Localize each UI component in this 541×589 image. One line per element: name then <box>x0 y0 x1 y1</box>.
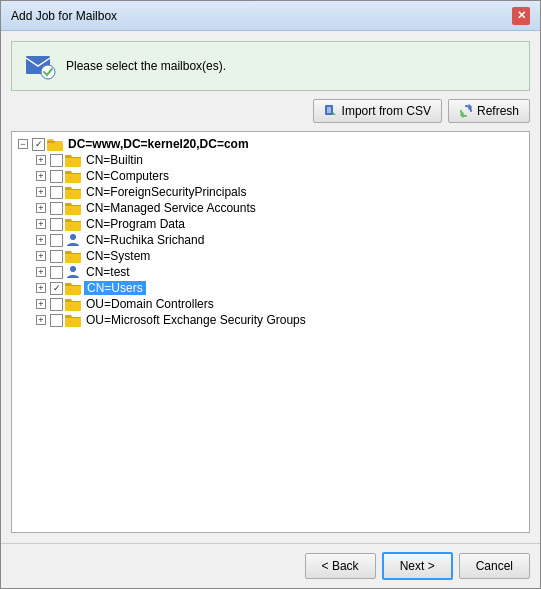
item-label: CN=System <box>84 249 152 263</box>
root-checkbox[interactable] <box>32 138 45 151</box>
tree-item: + CN=Users <box>34 280 525 296</box>
item-expander[interactable]: + <box>34 185 48 199</box>
root-label: DC=www,DC=kernel20,DC=com <box>66 137 251 151</box>
item-checkbox[interactable] <box>50 314 63 327</box>
item-checkbox[interactable] <box>50 186 63 199</box>
item-checkbox[interactable] <box>50 298 63 311</box>
import-csv-button[interactable]: Import from CSV <box>313 99 442 123</box>
tree-item: + CN=Computers <box>34 168 525 184</box>
svg-rect-6 <box>47 142 63 151</box>
item-expander[interactable]: + <box>34 169 48 183</box>
svg-rect-9 <box>65 174 81 183</box>
item-expander[interactable]: + <box>34 217 48 231</box>
root-folder-icon <box>47 138 63 151</box>
svg-rect-7 <box>47 141 55 143</box>
item-checkbox[interactable] <box>50 218 63 231</box>
item-label: CN=Managed Service Accounts <box>84 201 258 215</box>
item-expander[interactable]: + <box>34 201 48 215</box>
tree-item: + CN=test <box>34 264 525 280</box>
svg-rect-8 <box>65 158 81 167</box>
tree-panel: − DC=www,DC=kernel20,DC=com + CN=Builtin… <box>11 131 530 533</box>
tree-item: + OU=Domain Controllers <box>34 296 525 312</box>
cancel-button[interactable]: Cancel <box>459 553 530 579</box>
tree-item: + CN=Managed Service Accounts <box>34 200 525 216</box>
info-panel: Please select the mailbox(es). <box>11 41 530 91</box>
item-label: CN=Users <box>84 281 146 295</box>
svg-rect-10 <box>65 190 81 199</box>
item-checkbox[interactable] <box>50 282 63 295</box>
tree-item: + CN=Program Data <box>34 216 525 232</box>
item-checkbox[interactable] <box>50 250 63 263</box>
item-label: CN=Ruchika Srichand <box>84 233 206 247</box>
item-label: OU=Microsoft Exchange Security Groups <box>84 313 308 327</box>
item-expander[interactable]: + <box>34 153 48 167</box>
import-icon <box>324 104 338 118</box>
person-icon <box>65 265 81 279</box>
info-message: Please select the mailbox(es). <box>66 59 226 73</box>
folder-icon <box>65 250 81 263</box>
item-checkbox[interactable] <box>50 154 63 167</box>
item-label: OU=Domain Controllers <box>84 297 216 311</box>
tree-item: + CN=Builtin <box>34 152 525 168</box>
info-icon <box>24 50 56 82</box>
folder-icon <box>65 282 81 295</box>
item-checkbox[interactable] <box>50 202 63 215</box>
item-expander[interactable]: + <box>34 265 48 279</box>
item-expander[interactable]: + <box>34 297 48 311</box>
item-expander[interactable]: + <box>34 249 48 263</box>
tree-item: + OU=Microsoft Exchange Security Groups <box>34 312 525 328</box>
svg-rect-12 <box>65 222 81 231</box>
item-expander[interactable]: + <box>34 233 48 247</box>
person-icon <box>65 233 81 247</box>
refresh-icon <box>459 104 473 118</box>
item-checkbox[interactable] <box>50 266 63 279</box>
svg-rect-11 <box>65 206 81 215</box>
svg-rect-17 <box>65 302 81 311</box>
refresh-button[interactable]: Refresh <box>448 99 530 123</box>
bottom-bar: < Back Next > Cancel <box>1 543 540 588</box>
tree-item: + CN=ForeignSecurityPrincipals <box>34 184 525 200</box>
svg-point-15 <box>70 266 76 272</box>
tree-item: + CN=Ruchika Srichand <box>34 232 525 248</box>
folder-icon <box>65 298 81 311</box>
item-label: CN=Program Data <box>84 217 187 231</box>
title-bar: Add Job for Mailbox ✕ <box>1 1 540 31</box>
next-button[interactable]: Next > <box>382 552 453 580</box>
back-button[interactable]: < Back <box>305 553 376 579</box>
dialog: Add Job for Mailbox ✕ Please select the … <box>0 0 541 589</box>
dialog-content: Please select the mailbox(es). Import fr… <box>1 31 540 543</box>
item-expander[interactable]: + <box>34 313 48 327</box>
tree-children: + CN=Builtin+ CN=Computers+ CN=ForeignSe… <box>16 152 525 328</box>
svg-rect-18 <box>65 318 81 327</box>
folder-icon <box>65 154 81 167</box>
item-label: CN=Computers <box>84 169 171 183</box>
tree-item: + CN=System <box>34 248 525 264</box>
item-checkbox[interactable] <box>50 170 63 183</box>
folder-icon <box>65 170 81 183</box>
svg-point-13 <box>70 234 76 240</box>
svg-rect-16 <box>65 286 81 295</box>
svg-rect-14 <box>65 254 81 263</box>
folder-icon <box>65 314 81 327</box>
toolbar: Import from CSV Refresh <box>11 99 530 123</box>
folder-icon <box>65 186 81 199</box>
root-expander[interactable]: − <box>16 137 30 151</box>
dialog-title: Add Job for Mailbox <box>11 9 117 23</box>
tree-root: − DC=www,DC=kernel20,DC=com <box>16 136 525 152</box>
close-button[interactable]: ✕ <box>512 7 530 25</box>
item-label: CN=ForeignSecurityPrincipals <box>84 185 248 199</box>
item-expander[interactable]: + <box>34 281 48 295</box>
folder-icon <box>65 218 81 231</box>
item-label: CN=test <box>84 265 132 279</box>
item-checkbox[interactable] <box>50 234 63 247</box>
folder-icon <box>65 202 81 215</box>
item-label: CN=Builtin <box>84 153 145 167</box>
